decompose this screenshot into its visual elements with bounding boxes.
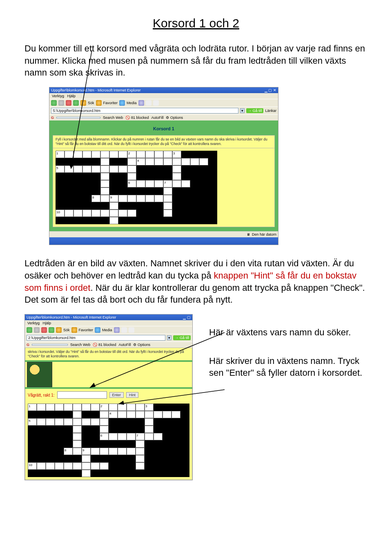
addressbar-2: 2:\Uppgifter\blomkorsord.htm ▾ → Gå till [25,334,192,341]
window-controls: ▁ ▢ ✕ [265,88,276,92]
window-titlebar-2: Uppgifter\blomkorsord.htm - Microsoft In… [25,314,192,320]
hint-button[interactable]: Hint [126,392,138,398]
google-icon: G [27,343,29,347]
home-icon[interactable] [80,100,86,106]
toolbar-favorites[interactable]: Favoriter [103,101,118,105]
refresh-icon[interactable] [73,100,79,106]
toolbar: Sök Favoriter Media [49,99,278,107]
refresh-icon[interactable] [49,327,54,333]
autofill-label[interactable]: AutoFill [151,116,163,120]
side-text-2: Här skriver du in växtens namn. Tryck se… [209,355,368,379]
menu-verktyg[interactable]: Verktyg [52,94,64,98]
page-content-2: skriva i korsordet. Väljer du "Hint" så … [25,348,192,480]
star-icon[interactable] [71,327,77,333]
blocked-label-2[interactable]: 🚫 81 blocked [93,343,116,347]
links-label: Länkar [265,109,276,113]
stop-icon[interactable] [66,100,71,106]
search-web-button-2[interactable]: Search Web [70,343,90,347]
toolbar-media-2[interactable]: Media [102,328,112,332]
menubar-2: Verktyg Hjälp [25,320,192,326]
history-icon[interactable] [138,100,144,106]
toolbar-2: Sök Favoriter Media [25,326,192,334]
home-icon[interactable] [56,327,62,333]
media-icon[interactable] [119,100,125,106]
print-icon[interactable] [129,327,134,333]
google-toolbar-2: G Search Web 🚫 81 blocked AutoFill ⚙ Opt… [25,341,192,348]
zone-icon: 🖥 [247,232,250,236]
forward-icon[interactable] [34,327,40,333]
google-icon: G [51,116,54,120]
options-label[interactable]: ⚙ Options [166,116,183,120]
plant-image [27,362,52,387]
go-button-2[interactable]: → Gå till [173,335,191,340]
addressbar: S:\Uppgifter\blomkorsord.htm ▾ → Gå till… [49,107,278,114]
taskbar [49,237,278,245]
stop-icon[interactable] [41,327,47,333]
mail-icon[interactable] [146,100,151,106]
crossword-grid[interactable]: 12345678910 [53,148,275,227]
crossword-heading: Korsord 1 [53,123,275,135]
google-search-input[interactable] [56,117,100,118]
search-web-button[interactable]: Search Web [103,116,123,120]
star-icon[interactable] [96,100,102,106]
dropdown-icon[interactable]: ▾ [240,108,245,113]
instructions-box: Fyll i korsordet med alla blomnamn. Klic… [53,135,275,148]
window-titlebar: Uppgifter\blomkorsord.htm - Microsoft In… [49,87,278,93]
window-title-2: Uppgifter\blomkorsord.htm - Microsoft In… [27,315,116,319]
options-label-2[interactable]: ⚙ Options [133,343,150,347]
forward-icon[interactable] [58,100,64,106]
instructions-box-2: skriva i korsordet. Väljer du "Hint" så … [25,348,192,360]
blocked-label[interactable]: 🚫 81 blocked [125,116,149,120]
status-text: Den här datorn [252,232,276,236]
statusbar: 🖥 Den här datorn [49,231,278,237]
print-icon[interactable] [153,100,159,106]
window-title: Uppgifter\blomkorsord.htm - Microsoft In… [51,88,141,92]
answer-input[interactable] [57,391,107,399]
go-button[interactable]: → Gå till [246,108,264,113]
google-search-input-2[interactable] [32,344,68,346]
menu-hjalp-2[interactable]: Hjälp [43,321,51,325]
screenshot-2: Uppgifter\blomkorsord.htm - Microsoft In… [24,314,193,480]
toolbar-media[interactable]: Media [127,101,137,105]
history-icon[interactable] [114,327,120,333]
address-input-2[interactable]: 2:\Uppgifter\blomkorsord.htm [27,335,165,341]
back-icon[interactable] [51,100,57,106]
menu-verktyg-2[interactable]: Verktyg [27,321,40,325]
side-text-1: Här är växtens vars namn du söker. [209,326,368,339]
page-content: Korsord 1 Fyll i korsordet med alla blom… [49,120,278,231]
dropdown-icon[interactable]: ▾ [167,335,172,340]
mid-paragraph: Ledtråden är en bild av växten. Namnet s… [24,257,368,306]
intro-paragraph: Du kommer till ett korsord med vågräta o… [24,42,368,79]
page-title: Korsord 1 och 2 [24,16,368,30]
address-input[interactable]: S:\Uppgifter\blomkorsord.htm [51,108,238,114]
media-icon[interactable] [95,327,100,333]
clue-label: Vågrätt, rakt 1: [28,393,55,397]
mail-icon[interactable] [121,327,127,333]
screenshot-1: Uppgifter\blomkorsord.htm - Microsoft In… [49,87,278,245]
crossword-grid-2[interactable]: 12345678910 [25,401,192,480]
toolbar-favorites-2[interactable]: Favoriter [79,328,94,332]
menu-hjalp[interactable]: Hjälp [67,94,76,98]
enter-button[interactable]: Enter [109,392,124,398]
clue-row: Vågrätt, rakt 1: Enter Hint [25,389,192,401]
window-controls-2: ▁ ▢ [183,315,191,319]
toolbar-search-2[interactable]: Sök [63,328,70,332]
autofill-label-2[interactable]: AutoFill [118,343,131,347]
back-icon[interactable] [27,327,32,333]
toolbar-search[interactable]: Sök [88,101,94,105]
google-toolbar: G Search Web 🚫 81 blocked AutoFill ⚙ Opt… [49,114,278,120]
menubar: Verktyg Hjälp [49,93,278,99]
